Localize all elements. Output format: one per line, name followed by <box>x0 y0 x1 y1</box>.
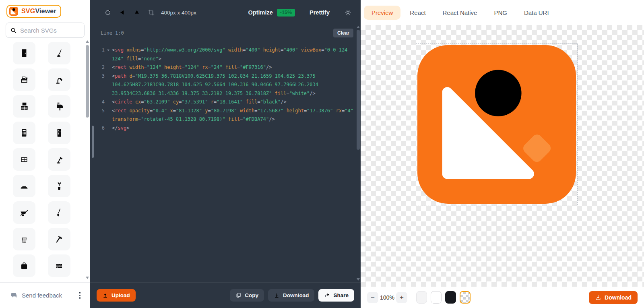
calculator-icon <box>19 128 29 138</box>
code-line: 33.9534C23.6836 31.4336 19.375 33.2182 1… <box>90 89 361 98</box>
upload-icon <box>102 292 108 298</box>
code-line: 1<svg xmlns="http://www.w3.org/2000/svg"… <box>90 46 361 55</box>
send-feedback-link[interactable]: Send feedback <box>22 292 62 299</box>
background-swatch-white[interactable] <box>431 291 442 304</box>
svg-thumbnail-plant[interactable] <box>48 175 70 197</box>
download-button[interactable]: Download <box>589 291 638 304</box>
crop-icon <box>148 9 155 16</box>
scroll-down-icon[interactable] <box>357 278 360 281</box>
tab-react[interactable]: React <box>402 6 433 20</box>
wheelbarrow-icon <box>19 207 29 218</box>
svg-preview-image[interactable] <box>416 43 578 205</box>
svg-thumbnail-desk-lamp[interactable] <box>48 148 70 171</box>
gear-icon <box>344 9 352 17</box>
scrollbar-thumb[interactable] <box>86 45 89 118</box>
background-swatch-light[interactable] <box>416 291 427 304</box>
rotate-button[interactable] <box>101 6 115 19</box>
svg-thumbnail-wheelbarrow[interactable] <box>13 201 35 224</box>
door-icon <box>19 48 29 58</box>
svg-thumbnail-cash-register[interactable] <box>13 68 35 91</box>
svg-thumbnail-calculator[interactable] <box>13 122 35 144</box>
preview-tab-bar: PreviewReactReact NativePNGData URI <box>361 0 644 25</box>
sidebar-footer: Send feedback <box>0 282 90 308</box>
tab-png[interactable]: PNG <box>486 6 515 20</box>
flip-horizontal-button[interactable] <box>115 6 130 19</box>
app-logo[interactable]: SVGViewer <box>6 5 61 18</box>
preview-canvas[interactable] <box>361 25 644 287</box>
rotate-icon <box>104 9 111 16</box>
flip-vertical-button[interactable] <box>130 6 144 19</box>
tab-react-native[interactable]: React Native <box>435 6 485 20</box>
app-title: SVGViewer <box>21 8 56 15</box>
editor-toolbar: 400px x 400px Optimize -15% Prettify <box>90 0 361 25</box>
gooseneck-lamp-icon <box>54 74 64 85</box>
search-icon <box>10 27 17 34</box>
background-swatches <box>416 291 471 304</box>
svg-thumbnail-garden-tool[interactable] <box>48 201 70 224</box>
svg-thumbnail-door[interactable] <box>13 42 35 64</box>
cursor-position-label: Line 1:0 <box>101 30 124 36</box>
editor-scrollbar[interactable] <box>357 26 360 281</box>
svg-thumbnail-grid <box>0 42 90 282</box>
sidebar: SVGViewer Send feedback <box>0 0 90 308</box>
clear-button[interactable]: Clear <box>333 29 353 37</box>
tray-icon <box>19 181 29 191</box>
svg-thumbnail-hammer[interactable] <box>48 228 70 250</box>
code-line: 4<circle cx="63.2109" cy="37.5391" r="18… <box>90 98 361 107</box>
share-button[interactable]: Share <box>318 289 354 302</box>
copy-icon <box>235 292 242 298</box>
svg-thumbnail-brick-wall[interactable] <box>48 254 70 277</box>
flip-vertical-icon <box>133 9 140 16</box>
prettify-button[interactable]: Prettify <box>310 9 330 16</box>
svg-thumbnail-tv-stand[interactable] <box>13 95 35 118</box>
svg-thumbnail-tray[interactable] <box>13 175 35 197</box>
more-options-button[interactable] <box>78 290 83 300</box>
code-line: 6</svg> <box>90 124 361 133</box>
upload-button[interactable]: Upload <box>97 289 136 302</box>
svg-thumbnail-mop[interactable] <box>48 42 70 64</box>
svg-thumbnail-window[interactable] <box>13 148 35 171</box>
preview-footer: − 100% + Download <box>361 287 644 308</box>
garden-tool-icon <box>54 207 64 218</box>
svg-thumbnail-briefcase[interactable] <box>13 254 35 277</box>
refrigerator-icon <box>54 128 64 138</box>
zoom-in-button[interactable]: + <box>396 292 407 303</box>
mop-icon <box>54 48 64 58</box>
copy-button[interactable]: Copy <box>230 289 264 302</box>
settings-button[interactable] <box>344 9 352 17</box>
optimize-savings-badge: -15% <box>277 9 295 17</box>
mailbox-icon <box>54 101 64 112</box>
brick-wall-icon <box>54 260 64 271</box>
flip-horizontal-icon <box>119 9 126 16</box>
code-editor-panel: 400px x 400px Optimize -15% Prettify Lin… <box>90 0 361 308</box>
crop-button[interactable] <box>144 6 159 19</box>
svg-thumbnail-refrigerator[interactable] <box>48 122 70 144</box>
zoom-out-button[interactable]: − <box>367 292 378 303</box>
briefcase-icon <box>19 260 29 271</box>
background-swatch-dark[interactable] <box>445 291 456 304</box>
tab-preview[interactable]: Preview <box>364 6 400 20</box>
scroll-up-icon[interactable] <box>86 40 89 43</box>
code-line: transform="rotate(-45 81.1328 80.7198)" … <box>90 115 361 124</box>
sidebar-scrollbar[interactable] <box>86 40 89 279</box>
download-svg-button[interactable]: Download <box>268 289 315 302</box>
code-line: 3<path d="M19.375 36.7818V100.625C19.375… <box>90 72 361 81</box>
search-box <box>6 23 85 38</box>
search-input[interactable] <box>20 27 80 34</box>
code-area[interactable]: 1<svg xmlns="http://www.w3.org/2000/svg"… <box>90 41 361 282</box>
svg-thumbnail-mailbox[interactable] <box>48 95 70 118</box>
desk-lamp-icon <box>54 154 64 165</box>
svg-thumbnail-gooseneck-lamp[interactable] <box>48 68 70 91</box>
scroll-down-icon[interactable] <box>86 277 89 279</box>
basket-icon <box>19 234 29 244</box>
optimize-button[interactable]: Optimize <box>248 9 273 16</box>
code-line: 5<rect opacity="0.4" x="81.1328" y="80.7… <box>90 107 361 116</box>
preview-panel: PreviewReactReact NativePNGData URI − 10… <box>361 0 644 308</box>
background-swatch-transparent[interactable] <box>460 291 471 304</box>
tab-data-uri[interactable]: Data URI <box>516 6 557 20</box>
svg-thumbnail-basket[interactable] <box>13 228 35 250</box>
scrollbar-thumb[interactable] <box>357 30 360 150</box>
hammer-icon <box>54 234 64 244</box>
scroll-up-icon[interactable] <box>357 26 360 28</box>
tv-stand-icon <box>19 101 29 112</box>
